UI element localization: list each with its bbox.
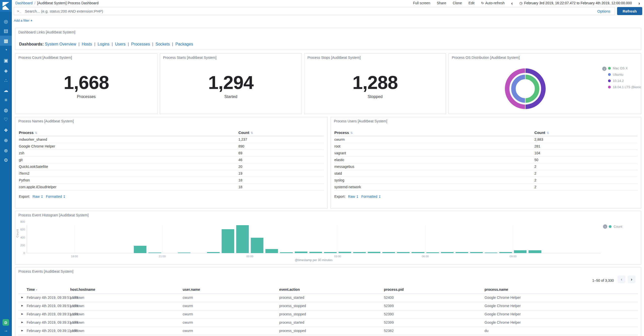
sidebar-item-maps[interactable]: ◈ [0,66,12,76]
expand-row-caret-icon[interactable]: ▶ [21,304,23,307]
events-column-header-process-name[interactable]: process.name [485,287,508,292]
histogram-bar[interactable] [353,252,366,253]
histogram-bar[interactable] [309,252,322,253]
column-header-count[interactable]: Count⇅ [534,129,637,136]
sidebar-collapse-arrow[interactable]: → [0,328,12,333]
events-column-header-process-pid[interactable]: process.pid [384,287,404,292]
menu-item-share[interactable]: Share [437,1,446,5]
legend-item-ubuntu[interactable]: Ubuntu [608,71,641,78]
histogram-bar[interactable] [178,253,190,253]
histogram-bar[interactable] [441,252,454,253]
add-filter-link[interactable]: Add a filter+ [14,19,32,22]
menu-item-clone[interactable]: Clone [453,1,462,5]
dashboard-link-system-overview[interactable]: System Overview [45,42,76,46]
legend-item-mac-os-x[interactable]: Mac OS X [608,65,641,71]
events-column-header-event-action[interactable]: event.action [279,287,300,292]
histogram-bar[interactable] [222,229,234,253]
visualize-icon: ▤ [4,28,8,34]
sidebar-item-dev-tools[interactable]: ⊕ [0,135,12,145]
export-raw-link[interactable]: Raw ↧ [348,195,359,199]
sort-icon[interactable]: ⇅ [35,131,37,135]
refresh-button[interactable]: Refresh [617,7,642,15]
breadcrumb-dashboard-link[interactable]: Dashboard [15,1,33,5]
kibana-logo[interactable] [0,0,12,12]
histogram-bar[interactable] [397,252,410,253]
histogram-bar[interactable] [324,252,337,253]
events-column-header-host-hostname[interactable]: host.hostname [70,287,95,292]
expand-row-caret-icon[interactable]: ▶ [21,296,23,299]
legend-toggle-chevron-icon[interactable]: › [603,224,607,229]
export-formatted-link[interactable]: Formatted ↧ [46,195,66,199]
pagination-prev-chevron[interactable]: ‹ [618,275,625,283]
sidebar-item-dashboard[interactable]: ▦ [0,36,12,46]
space-badge[interactable]: D [3,319,9,326]
dashboard-link-hosts[interactable]: Hosts [82,42,92,46]
column-header-process[interactable]: Process⇅ [19,129,238,136]
column-header-process[interactable]: Process⇅ [334,129,534,136]
histogram-bar[interactable] [499,252,512,253]
expand-row-caret-icon[interactable]: ▶ [21,321,23,323]
time-range-picker[interactable]: ◷February 3rd 2019, 16:22:07.472 to Febr… [519,1,632,5]
sidebar-item-infrastructure[interactable]: ☁ [0,85,12,95]
histogram-bar[interactable] [134,246,146,253]
histogram-bar[interactable] [207,252,220,253]
sidebar-item-canvas[interactable]: ▣ [0,55,12,65]
histogram-bar[interactable] [412,252,424,253]
histogram-bar[interactable] [339,252,351,253]
histogram-bar[interactable] [148,253,161,253]
options-link[interactable]: Options [597,9,610,13]
dashboard-link-logins[interactable]: Logins [98,42,109,46]
column-header-count[interactable]: Count⇅ [238,129,324,136]
expand-row-caret-icon[interactable]: ▶ [21,313,23,315]
sidebar-item-timelion[interactable]: ◔ [0,45,12,55]
events-column-header-time[interactable]: Time▾ [27,287,37,292]
events-column-header-user-name[interactable]: user.name [183,287,200,292]
menu-item-full-screen[interactable]: Full screen [413,1,430,5]
export-formatted-link[interactable]: Formatted ↧ [361,195,381,199]
legend-item-10-14-2[interactable]: 10.14.2 [608,78,641,84]
histogram-bar[interactable] [470,252,483,253]
histogram-bar[interactable] [514,250,527,253]
legend-item-count[interactable]: Count [609,223,622,230]
histogram-bar[interactable] [265,249,278,253]
time-back-chevron-icon[interactable]: ‹ [511,1,513,6]
sort-icon[interactable]: ⇅ [547,131,549,135]
dashboard-link-sockets[interactable]: Sockets [155,42,170,46]
menu-item-edit[interactable]: Edit [468,1,474,5]
expand-row-caret-icon[interactable]: ▶ [21,329,23,332]
histogram-bar[interactable] [280,252,293,253]
dashboard-link-processes[interactable]: Processes [131,42,150,46]
histogram-bar[interactable] [295,252,307,253]
menu-item-auto-refresh[interactable]: ↻Auto-refresh [481,1,505,5]
sidebar-item-machine-learning[interactable]: ∴ [0,75,12,85]
sidebar-item-graph[interactable]: ❖ [0,125,12,135]
sort-icon[interactable]: ⇅ [350,131,353,135]
histogram-bar[interactable] [456,252,468,253]
time-forward-chevron-icon[interactable]: › [638,1,640,6]
export-raw-link[interactable]: Raw ↧ [32,195,43,199]
sort-icon[interactable]: ⇅ [251,131,253,135]
histogram-bar[interactable] [251,238,263,253]
sidebar-item-visualize[interactable]: ▤ [0,26,12,36]
histogram-bar[interactable] [236,225,249,253]
dashboard-link-packages[interactable]: Packages [175,42,193,46]
events-cell: Google Chrome Helper [485,304,521,308]
histogram-bar[interactable] [382,252,395,253]
histogram-bar[interactable] [485,253,497,253]
sidebar-item-monitoring[interactable]: ⊛ [0,146,12,156]
legend-item-18-04-1-lts-bionic-b-[interactable]: 18.04.1 LTS (Bionic B... [608,84,641,90]
sidebar-item-apm[interactable]: ◍ [0,105,12,115]
sidebar-item-management[interactable]: ⚙ [0,155,12,165]
sidebar-item-uptime[interactable]: ♡ [0,114,12,124]
pagination-next-chevron[interactable]: › [628,275,635,283]
legend-toggle-chevron-icon[interactable]: › [602,67,607,71]
histogram-bar[interactable] [529,250,541,253]
os-donut-chart[interactable] [504,68,546,110]
search-input[interactable] [24,9,597,14]
count-cell: 18 [238,184,324,190]
sidebar-item-logs[interactable]: ≡ [0,95,12,105]
dashboard-link-users[interactable]: Users [115,42,126,46]
histogram-bar[interactable] [426,252,439,253]
histogram-bar[interactable] [368,252,380,253]
sidebar-item-discover[interactable]: ◎ [0,16,12,26]
